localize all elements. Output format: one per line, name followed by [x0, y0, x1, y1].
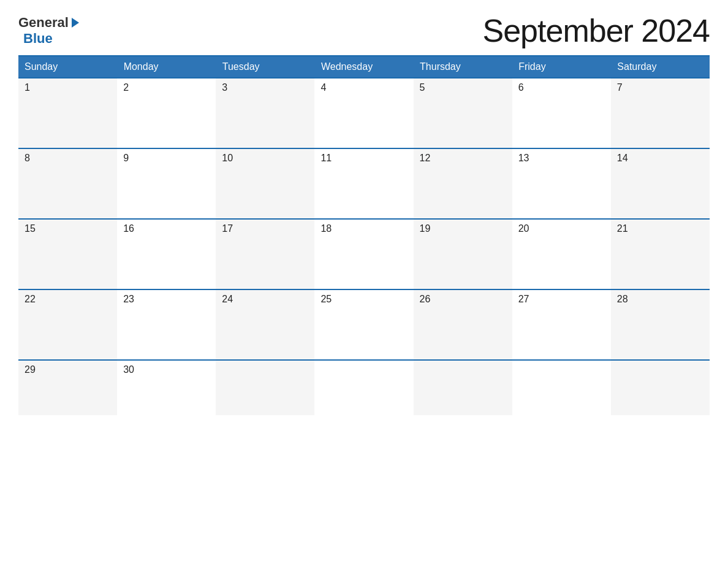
calendar-week-row: 891011121314 [18, 148, 710, 219]
day-number: 15 [25, 223, 36, 234]
header-monday: Monday [117, 56, 216, 78]
day-number: 29 [25, 364, 36, 375]
day-number: 11 [320, 153, 332, 163]
header-saturday: Saturday [611, 56, 710, 78]
day-number: 22 [25, 294, 36, 304]
logo-container: General Blue [18, 15, 79, 47]
day-number: 24 [222, 294, 233, 304]
logo-blue-text: Blue [23, 31, 53, 46]
calendar-day-cell [512, 360, 611, 415]
calendar-day-cell: 18 [314, 219, 413, 289]
day-number: 27 [518, 294, 529, 304]
calendar-day-cell: 8 [18, 148, 117, 219]
calendar-day-cell: 14 [611, 148, 710, 219]
day-number: 10 [222, 153, 233, 163]
day-number: 14 [617, 153, 628, 163]
header-section: General Blue September 2024 [18, 12, 710, 49]
header-thursday: Thursday [414, 56, 512, 78]
calendar-day-cell: 12 [414, 148, 512, 219]
day-number: 18 [320, 223, 332, 234]
calendar-week-row: 15161718192021 [18, 219, 710, 289]
calendar-table: Sunday Monday Tuesday Wednesday Thursday… [18, 55, 710, 415]
calendar-day-cell: 27 [512, 289, 611, 360]
day-number: 9 [123, 153, 129, 163]
calendar-day-cell: 30 [117, 360, 216, 415]
calendar-day-cell: 16 [117, 219, 216, 289]
calendar-week-row: 2930 [18, 360, 710, 415]
calendar-day-cell [611, 360, 710, 415]
calendar-day-cell [216, 360, 314, 415]
day-number: 13 [518, 153, 529, 163]
calendar-day-cell: 20 [512, 219, 611, 289]
header-sunday: Sunday [18, 56, 117, 78]
day-number: 21 [617, 223, 628, 234]
calendar-day-cell: 6 [512, 78, 611, 148]
calendar-day-cell: 21 [611, 219, 710, 289]
calendar-day-cell: 19 [414, 219, 512, 289]
calendar-header-row: Sunday Monday Tuesday Wednesday Thursday… [18, 56, 710, 78]
calendar-day-cell: 11 [314, 148, 413, 219]
calendar-day-cell: 3 [216, 78, 314, 148]
day-number: 23 [123, 294, 134, 304]
calendar-day-cell: 5 [414, 78, 512, 148]
month-title: September 2024 [483, 12, 710, 49]
calendar-day-cell: 1 [18, 78, 117, 148]
logo-triangle-icon [72, 18, 79, 28]
calendar-day-cell: 4 [314, 78, 413, 148]
header-wednesday: Wednesday [314, 56, 413, 78]
day-number: 16 [123, 223, 134, 234]
calendar-day-cell: 7 [611, 78, 710, 148]
header-tuesday: Tuesday [216, 56, 314, 78]
calendar-day-cell: 2 [117, 78, 216, 148]
calendar-day-cell: 10 [216, 148, 314, 219]
calendar-day-cell: 25 [314, 289, 413, 360]
calendar-day-cell: 29 [18, 360, 117, 415]
calendar-week-row: 22232425262728 [18, 289, 710, 360]
calendar-day-cell: 24 [216, 289, 314, 360]
calendar-day-cell: 15 [18, 219, 117, 289]
day-number: 12 [420, 153, 431, 163]
calendar-week-row: 1234567 [18, 78, 710, 148]
day-number: 4 [320, 82, 326, 93]
calendar-day-cell: 23 [117, 289, 216, 360]
day-number: 19 [420, 223, 431, 234]
calendar-day-cell: 26 [414, 289, 512, 360]
day-number: 3 [222, 82, 227, 93]
day-number: 7 [617, 82, 623, 93]
day-number: 28 [617, 294, 628, 304]
calendar-day-cell: 17 [216, 219, 314, 289]
calendar-day-cell: 28 [611, 289, 710, 360]
day-number: 6 [518, 82, 524, 93]
header-friday: Friday [512, 56, 611, 78]
day-number: 30 [123, 364, 134, 375]
day-number: 25 [320, 294, 332, 304]
day-number: 20 [518, 223, 529, 234]
calendar-day-cell: 9 [117, 148, 216, 219]
day-number: 17 [222, 223, 233, 234]
calendar-day-cell: 13 [512, 148, 611, 219]
day-number: 8 [25, 153, 30, 163]
logo-general-text: General [18, 15, 69, 31]
day-number: 26 [420, 294, 431, 304]
day-number: 1 [25, 82, 30, 93]
day-number: 2 [123, 82, 129, 93]
calendar-day-cell [414, 360, 512, 415]
day-number: 5 [420, 82, 425, 93]
calendar-day-cell [314, 360, 413, 415]
calendar-day-cell: 22 [18, 289, 117, 360]
